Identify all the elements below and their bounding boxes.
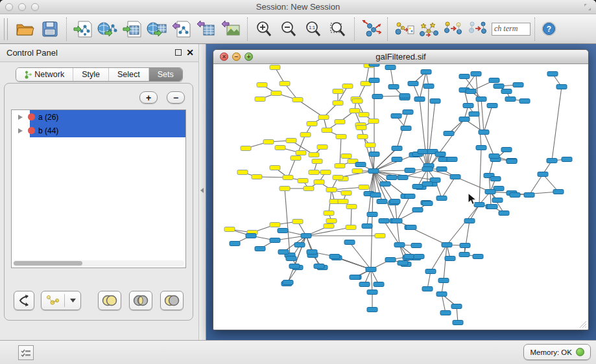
save-session-button[interactable]	[38, 17, 62, 41]
graph-node-selected[interactable]	[271, 91, 281, 96]
graph-node[interactable]	[355, 163, 366, 167]
graph-edge[interactable]	[366, 65, 369, 84]
union-button[interactable]	[98, 291, 121, 310]
graph-node-selected[interactable]	[346, 225, 356, 230]
graph-node-selected[interactable]	[270, 166, 280, 170]
close-panel-icon[interactable]: ✕	[186, 47, 194, 58]
graph-node[interactable]	[513, 83, 523, 87]
graph-node-selected[interactable]	[309, 153, 319, 157]
graph-node-selected[interactable]	[375, 234, 385, 238]
show-selection-button[interactable]	[441, 17, 466, 41]
export-network-button[interactable]	[169, 17, 194, 41]
graph-node[interactable]	[405, 194, 415, 199]
graph-node[interactable]	[422, 182, 433, 187]
graph-node[interactable]	[459, 253, 470, 257]
graph-node-selected[interactable]	[356, 126, 366, 130]
graph-node[interactable]	[494, 84, 504, 89]
graph-node-selected[interactable]	[324, 211, 334, 216]
graph-node[interactable]	[556, 85, 567, 89]
graph-node-selected[interactable]	[333, 101, 343, 106]
network-view-frame[interactable]: × − + galFiltered.sif	[213, 49, 589, 330]
graph-node[interactable]	[380, 182, 390, 187]
task-history-button[interactable]	[18, 345, 34, 360]
graph-node-selected[interactable]	[283, 176, 293, 180]
graph-node[interactable]	[387, 176, 397, 180]
graph-node[interactable]	[425, 269, 436, 274]
graph-node[interactable]	[435, 152, 446, 157]
graph-node[interactable]	[447, 157, 457, 162]
import-network-url-button[interactable]	[95, 17, 120, 41]
graph-node-selected[interactable]	[322, 128, 332, 133]
export-table-button[interactable]	[194, 17, 219, 41]
graph-node[interactable]	[289, 264, 300, 269]
graph-edge[interactable]	[447, 205, 479, 245]
graph-node[interactable]	[436, 196, 447, 201]
import-table-url-button[interactable]	[145, 17, 169, 41]
graph-node[interactable]	[547, 72, 558, 76]
hide-selection-button[interactable]	[466, 17, 490, 41]
graph-node[interactable]	[463, 104, 473, 108]
graph-node[interactable]	[391, 114, 401, 119]
graph-node-selected[interactable]	[270, 223, 280, 227]
remove-set-button[interactable]: −	[167, 91, 185, 104]
toolbar-grip[interactable]	[4, 18, 8, 40]
horizontal-scrollbar[interactable]	[13, 260, 184, 266]
graph-node[interactable]	[485, 190, 495, 194]
graph-node[interactable]	[423, 84, 434, 89]
graph-node[interactable]	[372, 95, 383, 99]
graph-node[interactable]	[329, 255, 340, 259]
graph-edge[interactable]	[427, 271, 431, 289]
graph-node[interactable]	[362, 224, 372, 229]
graph-edge[interactable]	[431, 245, 447, 271]
graph-node[interactable]	[422, 167, 433, 172]
graph-node[interactable]	[489, 154, 499, 159]
graph-node-selected[interactable]	[352, 169, 363, 174]
graph-node[interactable]	[283, 280, 293, 285]
graph-node[interactable]	[438, 279, 449, 283]
graph-node[interactable]	[562, 157, 572, 162]
graph-node-selected[interactable]	[320, 170, 331, 175]
graph-node[interactable]	[404, 255, 414, 259]
graph-node[interactable]	[505, 97, 516, 102]
graph-edge[interactable]	[288, 158, 296, 177]
graph-node-selected[interactable]	[333, 176, 343, 180]
graph-edge[interactable]	[481, 99, 484, 132]
graph-node[interactable]	[377, 199, 387, 204]
graph-edge[interactable]	[442, 177, 455, 198]
export-image-button[interactable]	[219, 17, 243, 41]
graph-node[interactable]	[445, 256, 455, 261]
graph-node[interactable]	[547, 159, 557, 163]
graph-node[interactable]	[368, 169, 379, 174]
graph-node-selected[interactable]	[291, 156, 301, 161]
graph-node-selected[interactable]	[365, 143, 375, 148]
graph-edge[interactable]	[529, 174, 543, 195]
graph-node[interactable]	[399, 94, 410, 98]
graph-node[interactable]	[367, 212, 377, 217]
graph-edge[interactable]	[552, 87, 562, 161]
graph-node[interactable]	[385, 65, 396, 70]
graph-node[interactable]	[451, 304, 462, 309]
import-network-file-button[interactable]	[71, 17, 95, 41]
search-input[interactable]	[492, 23, 530, 36]
graph-node[interactable]	[366, 267, 376, 272]
graph-node-selected[interactable]	[350, 109, 360, 113]
graph-node[interactable]	[418, 150, 428, 154]
graph-node[interactable]	[278, 250, 289, 255]
float-panel-icon[interactable]	[175, 49, 182, 56]
intersection-button[interactable]	[129, 291, 152, 310]
graph-node-selected[interactable]	[292, 220, 303, 224]
graph-node[interactable]	[440, 311, 451, 315]
graph-node[interactable]	[412, 208, 423, 212]
graph-node[interactable]	[436, 167, 447, 172]
graph-node-selected[interactable]	[296, 151, 306, 155]
graph-edge[interactable]	[371, 269, 372, 292]
scrollbar-thumb[interactable]	[14, 261, 82, 266]
graph-node[interactable]	[369, 78, 379, 83]
graph-node-selected[interactable]	[357, 135, 368, 139]
graph-node-selected[interactable]	[307, 122, 317, 126]
open-session-button[interactable]	[13, 17, 38, 41]
graph-node[interactable]	[414, 97, 425, 102]
graph-node-selected[interactable]	[280, 187, 290, 191]
graph-edge[interactable]	[390, 67, 394, 87]
graph-node[interactable]	[473, 255, 483, 259]
